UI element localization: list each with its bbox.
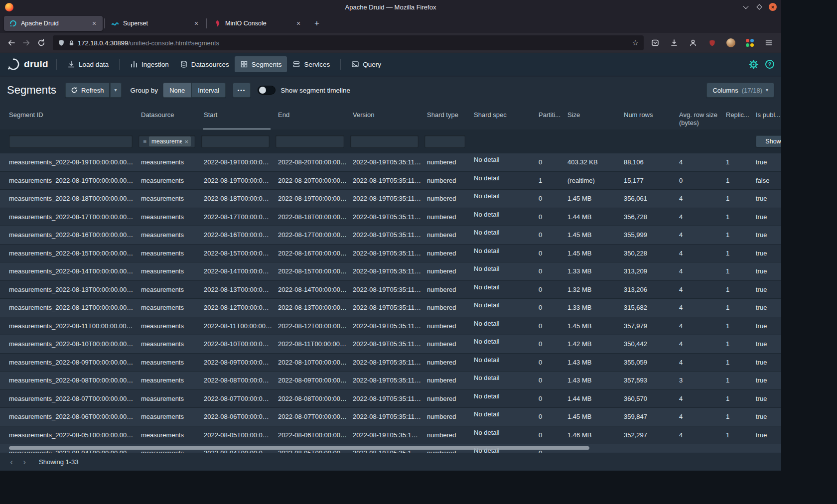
table-body: measurements_2022-08-19T00:00:00.000Z...… <box>0 153 781 453</box>
cell-datasource: measurements <box>139 322 201 330</box>
cell-version: 2022-08-19T05:35:10.9... <box>350 431 424 439</box>
refresh-caret-button[interactable]: ▾ <box>110 83 122 98</box>
tab-bar: Apache Druid × Superset × MinIO Console … <box>0 14 781 33</box>
table-row[interactable]: measurements_2022-08-17T00:00:00.000Z...… <box>0 208 781 227</box>
table-row[interactable]: measurements_2022-08-09T00:00:00.000Z...… <box>0 354 781 372</box>
tab-close-icon[interactable]: × <box>294 19 303 28</box>
lock-icon[interactable] <box>68 40 75 46</box>
group-by-none-button[interactable]: None <box>163 83 191 98</box>
column-header-shard-spec[interactable]: Shard spec <box>471 105 536 129</box>
cell-datasource: measurements <box>139 377 201 384</box>
reload-button[interactable] <box>34 35 49 50</box>
column-header-num-rows[interactable]: Num rows <box>621 105 677 129</box>
cell-partition: 0 <box>536 213 565 221</box>
nav-item-services[interactable]: Services <box>287 56 335 72</box>
segment-timeline-toggle[interactable] <box>258 86 276 95</box>
column-header-is-published[interactable]: Is publ... <box>753 105 781 129</box>
chip-remove-icon[interactable]: × <box>184 138 188 145</box>
menu-icon[interactable] <box>761 35 776 50</box>
end-filter-input[interactable] <box>276 135 344 148</box>
column-header-version[interactable]: Version <box>350 105 424 129</box>
table-row[interactable]: measurements_2022-08-10T00:00:00.000Z...… <box>0 335 781 354</box>
table-row[interactable]: measurements_2022-08-11T00:00:00.000Z...… <box>0 317 781 336</box>
table-row[interactable]: measurements_2022-08-15T00:00:00.000Z...… <box>0 245 781 263</box>
table-row[interactable]: measurements_2022-08-14T00:00:00.000Z...… <box>0 262 781 281</box>
cell-start: 2022-08-15T00:00:00.0... <box>201 250 276 257</box>
column-header-end[interactable]: End <box>276 105 350 129</box>
is-published-filter-button[interactable]: Show <box>756 135 781 147</box>
ublock-icon[interactable] <box>704 35 719 50</box>
window-close-button[interactable]: × <box>769 3 777 11</box>
cell-num-rows: 350,228 <box>621 250 677 257</box>
cell-version: 2022-08-19T05:35:11.2... <box>350 340 424 348</box>
druid-logo[interactable]: druid <box>7 58 48 71</box>
help-icon[interactable]: ? <box>765 60 774 69</box>
table-row[interactable]: measurements_2022-08-12T00:00:00.000Z...… <box>0 299 781 317</box>
table-row[interactable]: measurements_2022-08-13T00:00:00.000Z...… <box>0 281 781 299</box>
tab-apache-druid[interactable]: Apache Druid × <box>4 16 103 31</box>
cell-end: 2022-08-11T00:00:00.0... <box>276 340 350 348</box>
cell-start: 2022-08-05T00:00:00.0... <box>201 431 276 439</box>
downloads-icon[interactable] <box>667 35 682 50</box>
url-bar[interactable]: 172.18.0.4:30899/unified-console.html#se… <box>53 35 644 50</box>
nav-item-segments[interactable]: Segments <box>235 56 287 72</box>
nav-item-ingestion[interactable]: Ingestion <box>125 56 174 72</box>
forward-button[interactable] <box>19 35 34 50</box>
profile-avatar[interactable] <box>723 35 738 50</box>
table-row[interactable]: measurements_2022-08-19T00:00:00.000Z...… <box>0 172 781 190</box>
extension-icon[interactable] <box>742 35 757 50</box>
column-header-start[interactable]: Start <box>201 105 276 129</box>
cell-datasource: measurements <box>139 286 201 293</box>
new-tab-button[interactable]: + <box>310 16 324 30</box>
column-header-avg-row-size[interactable]: Avg. row size (bytes) <box>677 105 723 129</box>
sort-indicator <box>203 128 271 129</box>
tab-close-icon[interactable]: × <box>192 19 201 28</box>
horizontal-scrollbar[interactable] <box>9 446 589 450</box>
segment-id-filter-input[interactable] <box>9 135 133 148</box>
tab-superset[interactable]: Superset × <box>106 16 205 31</box>
settings-gear-icon[interactable] <box>749 60 758 69</box>
pocket-icon[interactable] <box>648 35 663 50</box>
columns-button[interactable]: Columns (17/18) ▾ <box>706 83 774 98</box>
cell-segment-id: measurements_2022-08-12T00:00:00.000Z... <box>0 304 139 311</box>
start-filter-input[interactable] <box>201 135 270 148</box>
cell-start: 2022-08-16T00:00:00.0... <box>201 231 276 239</box>
shard-type-filter-input[interactable] <box>424 135 465 148</box>
next-page-button[interactable]: › <box>18 456 31 469</box>
minimize-button[interactable] <box>742 3 750 11</box>
more-actions-button[interactable]: ••• <box>233 83 251 98</box>
column-header-shard-type[interactable]: Shard type <box>424 105 471 129</box>
column-header-segment-id[interactable]: Segment ID <box>0 105 139 129</box>
account-icon[interactable] <box>686 35 700 50</box>
cell-avg-row-size: 4 <box>677 267 723 275</box>
maximize-button[interactable] <box>755 3 763 11</box>
table-row[interactable]: measurements_2022-08-08T00:00:00.000Z...… <box>0 372 781 390</box>
column-header-size[interactable]: Size <box>565 105 621 129</box>
cell-is-published: true <box>753 158 781 166</box>
cell-start: 2022-08-04T00:00:00.0... <box>201 449 276 453</box>
tracking-shield-icon[interactable] <box>58 39 65 46</box>
nav-item-datasources[interactable]: Datasources <box>174 56 235 72</box>
table-row[interactable]: measurements_2022-08-18T00:00:00.000Z...… <box>0 190 781 208</box>
version-filter-input[interactable] <box>350 135 418 148</box>
tab-close-icon[interactable]: × <box>90 19 99 28</box>
group-by-interval-button[interactable]: Interval <box>191 83 226 98</box>
table-row[interactable]: measurements_2022-08-05T00:00:00.000Z...… <box>0 426 781 445</box>
bookmark-star-icon[interactable]: ☆ <box>632 38 639 47</box>
table-row[interactable]: measurements_2022-08-06T00:00:00.000Z...… <box>0 408 781 426</box>
previous-page-button[interactable]: ‹ <box>5 456 18 469</box>
cell-shard-spec: No detail <box>471 281 536 291</box>
column-header-replicas[interactable]: Replic... <box>723 105 753 129</box>
table-row[interactable]: measurements_2022-08-16T00:00:00.000Z...… <box>0 226 781 245</box>
back-button[interactable] <box>4 35 19 50</box>
nav-item-load-data[interactable]: Load data <box>62 56 114 72</box>
column-header-partition[interactable]: Partiti... <box>536 105 565 129</box>
column-header-datasource[interactable]: Datasource <box>139 105 201 129</box>
datasource-filter-input[interactable]: ≡ measurements × <box>139 135 195 148</box>
refresh-button[interactable]: Refresh <box>65 83 110 98</box>
table-row[interactable]: measurements_2022-08-07T00:00:00.000Z...… <box>0 390 781 408</box>
nav-item-query[interactable]: Query <box>346 56 387 72</box>
cell-version: 2022-08-19T05:35:11.5... <box>350 267 424 275</box>
tab-minio-console[interactable]: MinIO Console × <box>208 16 307 31</box>
table-row[interactable]: measurements_2022-08-19T00:00:00.000Z...… <box>0 153 781 172</box>
